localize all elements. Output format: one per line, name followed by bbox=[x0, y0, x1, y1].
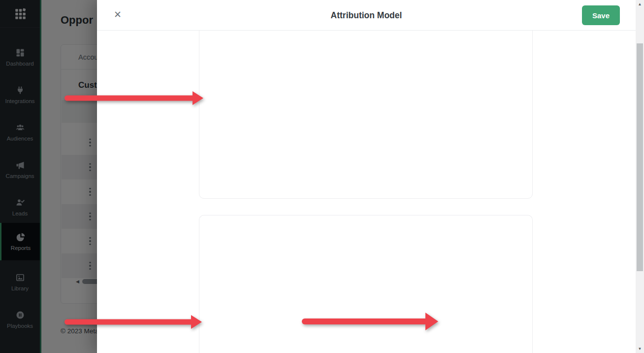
opps-create-date-card bbox=[199, 215, 533, 353]
attribution-model-dialog: ✕ Attribution Model Save Model Name * Re… bbox=[97, 0, 636, 353]
annotation-arrow-days-after bbox=[302, 313, 438, 330]
modal-header: ✕ Attribution Model Save bbox=[97, 0, 636, 31]
vertical-scrollbar[interactable]: ▲ ▼ bbox=[636, 0, 644, 353]
annotation-arrow-days-before bbox=[64, 315, 202, 329]
scroll-down-icon[interactable]: ▼ bbox=[636, 347, 644, 351]
scroll-up-icon[interactable]: ▲ bbox=[636, 2, 644, 6]
vertical-scrollbar-thumb[interactable] bbox=[637, 43, 643, 271]
modal-title: Attribution Model bbox=[97, 10, 636, 21]
model-settings-card bbox=[199, 25, 533, 199]
save-button[interactable]: Save bbox=[582, 5, 620, 25]
annotation-arrow-radio bbox=[64, 91, 203, 105]
